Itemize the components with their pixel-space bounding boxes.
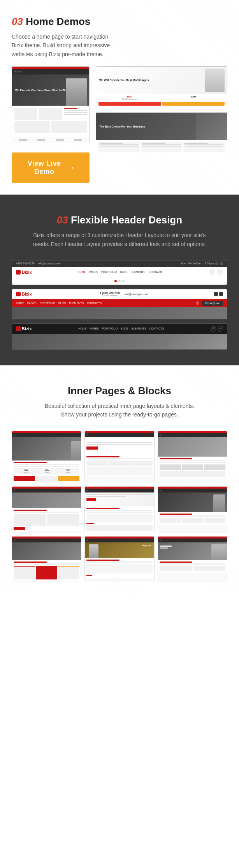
carousel-dot-2[interactable] — [118, 280, 121, 282]
demo3-card3-line-2 — [185, 146, 223, 147]
header2-logo: Bizix — [16, 292, 32, 296]
header2-quote-button[interactable]: Get A Quote — [202, 301, 223, 306]
header2-nav-blog[interactable]: BLOG — [58, 302, 66, 305]
carousel-dot-3[interactable] — [122, 280, 125, 282]
header3-search-btn[interactable]: ⚲ — [211, 326, 216, 331]
header2-nav-portfolio[interactable]: PORTFOLIO — [40, 302, 55, 305]
header3-nav-elements[interactable]: ELEMENTS — [132, 327, 146, 330]
header1-nav: HOME PAGES PORTFOLIO BLOG ELEMENTS CONTA… — [77, 271, 163, 273]
ip-card1-body: 560+ Projects 148+ Awards 2165 Happy — [12, 461, 81, 483]
header2-nav-elements[interactable]: ELEMENTS — [69, 302, 84, 305]
ip-card9-nav — [158, 539, 227, 542]
ip-card3-content — [160, 471, 225, 477]
ip-mini-card-1 — [36, 476, 57, 481]
ip-card5-line-2 — [86, 512, 152, 513]
demo2-stat1-label: Web Development — [98, 98, 161, 100]
section-title-text: Home Demos — [26, 16, 90, 27]
ip-card8-label: Blog Gold — [142, 544, 151, 547]
header1-nav-blog[interactable]: BLOG — [120, 271, 127, 273]
header1-main: Bizix HOME PAGES PORTFOLIO BLOG ELEMENTS… — [12, 267, 227, 278]
header1-nav-home[interactable]: HOME — [77, 271, 86, 273]
header2-nav-pages[interactable]: PAGES — [27, 302, 37, 305]
header3-nav-home[interactable]: HOME — [78, 327, 86, 330]
header2-search-icon[interactable]: ⚲ — [196, 301, 199, 305]
ip-card7-line-1 — [14, 563, 79, 565]
ip-card3-hero — [158, 437, 227, 457]
ip-card1-stat3-label: Happy — [65, 471, 70, 473]
inner-pages-description: Beautiful collection of practical inner … — [38, 402, 201, 419]
ip-card5-body — [85, 506, 154, 533]
demo2-stats: 560+ Web Development 2100 — [96, 94, 227, 102]
header3-nav-contacts[interactable]: CONTACTS — [149, 327, 164, 330]
header1-top-right: Mon - Fri: 9:00am - 7:00pm — [181, 262, 223, 265]
ip-card4-cta — [14, 527, 25, 530]
demo3-card1-line-dark — [100, 143, 123, 143]
header2-contact-info: +1 (888) 456 7890 Call Us Antime info@ex… — [98, 292, 148, 297]
ip-card6-body — [158, 512, 227, 525]
demo2-btn-1 — [98, 102, 161, 106]
demo3-hero-heading: The Best Choice For Your Business — [99, 125, 145, 128]
header3-nav-portfolio[interactable]: PORTFOLIO — [102, 327, 118, 330]
header1-nav-portfolio[interactable]: PORTFOLIO — [101, 271, 117, 273]
header2-top: Bizix +1 (888) 456 7890 Call Us Antime i… — [12, 289, 227, 299]
ip-card3-mini-cards — [160, 464, 225, 470]
header1-nav-elements[interactable]: ELEMENTS — [131, 271, 146, 273]
inner-page-card-2 — [84, 431, 154, 483]
header2-nav-contacts[interactable]: CONTACTS — [87, 302, 102, 305]
ip-card5-hero-line-2 — [86, 496, 126, 497]
demo3-card2-line-2 — [142, 146, 181, 147]
ip-card1-stat1-label: Projects — [23, 471, 28, 473]
header2-hero-image — [12, 307, 227, 319]
header3-nav-blog[interactable]: BLOG — [121, 327, 128, 330]
view-demo-label: View Live Demo — [26, 159, 63, 176]
ip-card2-hero-line-1 — [86, 442, 152, 443]
ip-card5-table — [86, 514, 152, 522]
ip-card2-line-1 — [86, 458, 152, 459]
ip-card4-blog-items — [14, 514, 79, 526]
header3-menu-btn[interactable]: ≡ — [218, 326, 223, 331]
ip-card3-mini-1 — [160, 464, 181, 470]
header2-nav-home[interactable]: HOME — [16, 302, 24, 305]
header1-search-btn[interactable] — [209, 269, 215, 275]
header1-cart-btn[interactable] — [217, 269, 223, 275]
header1-top-left: +800-915-6279 info@example.com — [16, 262, 61, 265]
demo-left: We Execute Our Ideas From Start to Finis… — [12, 66, 90, 183]
header2-nav: HOME PAGES PORTFOLIO BLOG ELEMENTS CONTA… — [16, 302, 193, 305]
header2-bottom-nav: HOME PAGES PORTFOLIO BLOG ELEMENTS CONTA… — [12, 299, 227, 307]
view-live-demo-button[interactable]: View Live Demo → — [12, 152, 90, 183]
ip-card2-mini-1 — [86, 461, 108, 466]
home-demos-layout: We Execute Our Ideas From Start to Finis… — [12, 66, 227, 183]
ip-card4-body — [12, 508, 81, 531]
ip-card5-nav-dot — [86, 490, 88, 491]
header2-logo-text: Bizix — [22, 292, 32, 296]
demo1-line-2 — [64, 112, 87, 113]
header-demos-container: +800-915-6279 info@example.com Mon - Fri… — [12, 260, 227, 350]
ip-card1-nav-dot — [14, 434, 15, 436]
inner-page-card-3 — [158, 431, 227, 483]
header2-social-1[interactable] — [214, 292, 218, 296]
ip-card8-line-1 — [86, 562, 152, 563]
ip-card9-hero — [158, 542, 227, 560]
ip-card3-line-1 — [160, 460, 225, 461]
ip-card1-mini-cards — [14, 476, 79, 481]
section2-title-text: Flexible Header Design — [71, 214, 182, 226]
ip-card8-nav-dot — [86, 540, 88, 541]
ip-card9-line-dark — [160, 562, 193, 563]
header1-nav-pages[interactable]: PAGES — [89, 271, 98, 273]
header1-nav-contacts[interactable]: CONTACTS — [148, 271, 163, 273]
inner-page-card-1: 560+ Projects 148+ Awards 2165 Happy — [12, 431, 81, 483]
carousel-dot-1[interactable] — [114, 280, 117, 282]
demo3-card3-line-1 — [185, 144, 223, 145]
demo1-line-red — [64, 108, 78, 109]
footer-logo-3 — [56, 139, 64, 141]
header3-nav-pages[interactable]: PAGES — [90, 327, 99, 330]
header2-social-2[interactable] — [219, 292, 223, 296]
ip-card5-hero-line-1 — [86, 494, 152, 495]
ip-card1-stat2-num: 148+ — [44, 469, 49, 471]
demo2-stat2-num: 2100 — [162, 96, 225, 98]
ip-card3-nav — [158, 433, 227, 437]
demo-screenshot-2: We Will Provide You Best Mobile Apps 560… — [96, 66, 227, 109]
header3-logo-text: Bizix — [22, 326, 32, 331]
ip-card2-nav-dot — [86, 434, 88, 436]
ip-card5-hero-btn — [86, 498, 96, 501]
